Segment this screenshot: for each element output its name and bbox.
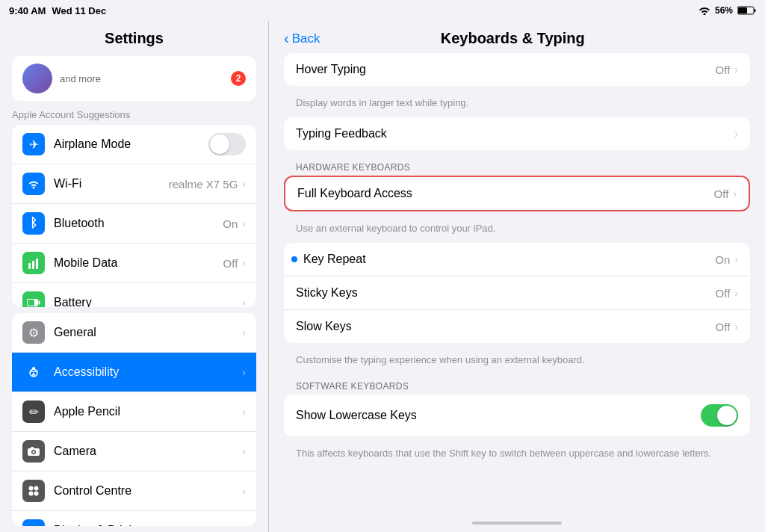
battery-label: Battery — [54, 296, 242, 307]
svg-rect-2 — [738, 7, 747, 13]
svg-rect-1 — [755, 9, 756, 12]
preferences-settings-group: ⚙ General › Accessibility › ✏ Apple Penc… — [12, 313, 256, 526]
avatar — [22, 64, 52, 93]
sidebar-item-camera[interactable]: Camera › — [12, 432, 256, 471]
general-chevron: › — [242, 327, 246, 338]
slow-keys-chevron: › — [734, 321, 738, 332]
show-lowercase-card: Show Lowercase Keys — [284, 395, 750, 436]
applepencil-icon: ✏ — [22, 400, 45, 423]
hover-typing-card: Hover Typing Off › — [284, 53, 750, 86]
svg-point-21 — [29, 486, 34, 491]
mobile-icon — [22, 252, 45, 274]
show-lowercase-toggle[interactable] — [701, 404, 738, 427]
back-button[interactable]: ‹ Back — [284, 30, 320, 47]
right-header: ‹ Back Keyboards & Typing — [269, 21, 765, 53]
wifi-chevron: › — [242, 178, 246, 190]
sidebar-item-display[interactable]: ☀ Display & Brightness › — [12, 511, 256, 526]
show-lowercase-label: Show Lowercase Keys — [296, 409, 701, 422]
sidebar-item-battery[interactable]: Battery › — [12, 283, 256, 307]
hover-typing-row[interactable]: Hover Typing Off › — [284, 53, 750, 86]
full-keyboard-chevron: › — [733, 188, 737, 200]
key-repeat-chevron: › — [734, 253, 738, 265]
right-content: Hover Typing Off › Display words in larg… — [269, 53, 765, 517]
sidebar: Settings and more 2 Apple Account Sugges… — [0, 21, 269, 532]
key-repeat-label: Key Repeat — [303, 253, 715, 266]
camera-label: Camera — [54, 445, 242, 458]
applepencil-label: Apple Pencil — [54, 405, 242, 418]
bottom-bar — [269, 517, 765, 532]
software-section-header: SOFTWARE KEYBOARDS — [284, 375, 750, 395]
typing-feedback-row[interactable]: Typing Feedback › — [284, 117, 750, 150]
accessibility-chevron: › — [242, 366, 246, 378]
bluetooth-chevron: › — [242, 217, 246, 229]
sidebar-item-controlcentre[interactable]: Control Centre › — [12, 471, 256, 511]
sticky-keys-chevron: › — [734, 287, 738, 299]
hover-typing-label: Hover Typing — [296, 63, 716, 76]
notification-badge: 2 — [231, 71, 246, 86]
sidebar-title: Settings — [0, 21, 268, 53]
status-right: 56% — [699, 5, 756, 16]
sidebar-item-bluetooth[interactable]: ᛒ Bluetooth On › — [12, 204, 256, 244]
full-keyboard-row[interactable]: Full Keyboard Access Off › — [285, 177, 749, 210]
svg-point-23 — [29, 492, 34, 496]
apple-account-card[interactable]: and more 2 — [12, 56, 256, 101]
svg-rect-5 — [36, 259, 38, 269]
sidebar-item-mobile[interactable]: Mobile Data Off › — [12, 244, 256, 283]
slow-keys-row[interactable]: Slow Keys Off › — [284, 310, 750, 343]
apple-account-subtitle: and more — [60, 73, 101, 84]
general-label: General — [54, 326, 242, 339]
slow-keys-value: Off — [716, 321, 731, 333]
applepencil-chevron: › — [242, 406, 246, 418]
mobile-chevron: › — [242, 257, 246, 269]
svg-rect-4 — [32, 261, 34, 269]
sidebar-item-general[interactable]: ⚙ General › — [12, 313, 256, 353]
camera-icon — [22, 440, 45, 463]
airplane-label: Airplane Mode — [54, 137, 208, 151]
wifi-icon — [699, 6, 710, 15]
bluetooth-label: Bluetooth — [54, 217, 223, 230]
wifi-value: realme X7 5G — [169, 178, 238, 191]
battery-icon — [737, 6, 756, 15]
right-panel: ‹ Back Keyboards & Typing Hover Typing O… — [269, 21, 765, 532]
svg-point-19 — [33, 451, 35, 454]
mobile-value: Off — [223, 257, 238, 270]
network-settings-group: ✈ Airplane Mode Wi-Fi realme X7 5G › ᛒ B… — [12, 125, 256, 307]
back-label: Back — [292, 31, 320, 46]
slow-keys-note: Customise the typing experience when usi… — [284, 349, 750, 374]
hover-typing-value: Off — [716, 64, 731, 76]
key-repeat-row[interactable]: Key Repeat On › — [284, 243, 750, 276]
accessibility-label: Accessibility — [54, 365, 242, 379]
battery-chevron: › — [242, 297, 246, 307]
svg-rect-20 — [31, 447, 34, 449]
display-label: Display & Brightness — [54, 524, 242, 526]
full-keyboard-label: Full Keyboard Access — [297, 187, 714, 200]
sidebar-item-applepencil[interactable]: ✏ Apple Pencil › — [12, 392, 256, 432]
bluetooth-icon: ᛒ — [22, 212, 45, 235]
sticky-keys-row[interactable]: Sticky Keys Off › — [284, 276, 750, 310]
hover-typing-chevron: › — [734, 64, 738, 75]
svg-rect-7 — [39, 301, 40, 305]
typing-feedback-chevron: › — [734, 128, 738, 140]
date: Wed 11 Dec — [52, 5, 106, 16]
display-icon: ☀ — [22, 519, 45, 526]
battery-percentage: 56% — [715, 5, 733, 16]
sidebar-item-wifi[interactable]: Wi-Fi realme X7 5G › — [12, 164, 256, 204]
controlcentre-label: Control Centre — [54, 484, 242, 498]
hover-typing-note: Display words in larger text while typin… — [284, 92, 750, 117]
status-bar: 9:40 AM Wed 11 Dec 56% — [0, 0, 765, 21]
sidebar-item-airplane[interactable]: ✈ Airplane Mode — [12, 125, 256, 164]
wifi-settings-icon — [22, 173, 45, 195]
bluetooth-value: On — [223, 217, 238, 230]
sidebar-item-accessibility[interactable]: Accessibility › — [12, 353, 256, 392]
status-left: 9:40 AM Wed 11 Dec — [9, 5, 106, 16]
airplane-toggle[interactable] — [208, 133, 246, 155]
time: 9:40 AM — [9, 5, 46, 16]
full-keyboard-value: Off — [714, 188, 729, 200]
show-lowercase-row[interactable]: Show Lowercase Keys — [284, 395, 750, 436]
typing-feedback-card: Typing Feedback › — [284, 117, 750, 150]
wifi-label: Wi-Fi — [54, 177, 169, 191]
svg-rect-3 — [28, 263, 31, 269]
camera-chevron: › — [242, 445, 246, 457]
svg-rect-8 — [28, 300, 34, 306]
svg-point-24 — [34, 492, 39, 496]
